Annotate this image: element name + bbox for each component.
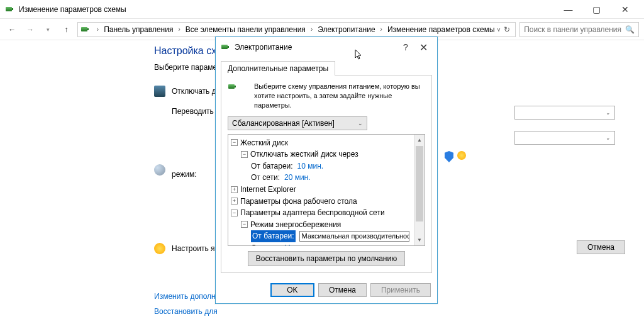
dialog-hero-icon	[228, 82, 248, 102]
restore-defaults-button[interactable]: Восстановить параметры по умолчанию	[248, 251, 405, 266]
nav-back-button[interactable]: ←	[5, 22, 19, 37]
collapse-icon[interactable]: −	[241, 221, 248, 228]
chevron-down-icon[interactable]: v	[497, 26, 501, 33]
sun-icon	[457, 151, 466, 160]
power-options-dialog: Электропитание ? ✕ Дополнительные параме…	[215, 36, 438, 304]
dialog-title: Электропитание	[235, 43, 397, 52]
help-button[interactable]: ?	[397, 42, 414, 52]
tree-node[interactable]: Параметры фона рабочего стола	[240, 196, 357, 208]
chevron-right-icon: ›	[175, 26, 182, 33]
breadcrumb-icon	[80, 25, 91, 35]
dialog-close-button[interactable]: ✕	[414, 42, 432, 53]
display-icon	[154, 86, 165, 97]
app-icon	[5, 4, 15, 14]
sleep-timeout-dropdown[interactable]: ⌄	[514, 131, 615, 145]
refresh-icon[interactable]: ↻	[504, 25, 510, 34]
expand-icon[interactable]: +	[231, 198, 238, 204]
search-icon[interactable]: 🔍	[625, 25, 635, 34]
dialog-cancel-button[interactable]: Отмена	[318, 283, 367, 297]
nav-recent-button[interactable]: ▾	[41, 22, 55, 37]
row-label: Переводить к	[172, 107, 219, 170]
collapse-icon[interactable]: −	[241, 151, 248, 158]
nav-forward-button[interactable]: →	[23, 22, 38, 37]
scheme-value: Сбалансированная [Активен]	[232, 119, 335, 128]
scroll-up-icon[interactable]: ▲	[414, 135, 425, 145]
sleep-icon	[154, 164, 165, 176]
scroll-down-icon[interactable]: ▼	[414, 235, 425, 245]
search-box[interactable]: 🔍	[519, 22, 639, 37]
nav-up-button[interactable]: ↑	[59, 22, 74, 37]
breadcrumb-item[interactable]: Изменение параметров схемы	[386, 25, 496, 34]
tree-node[interactable]: Параметры адаптера беспроводной сети	[240, 207, 385, 219]
tree-leaf-label: От батареи:	[251, 160, 293, 172]
settings-tree[interactable]: −Жесткий диск −Отключать жесткий диск че…	[228, 135, 425, 246]
scheme-dropdown[interactable]: Сбалансированная [Активен] ⌄	[228, 116, 367, 130]
tree-leaf-value[interactable]: Максимальная производительность	[284, 242, 411, 246]
breadcrumb-item[interactable]: Электропитание	[316, 25, 376, 34]
tree-leaf-label: От сети:	[251, 242, 280, 246]
display-timeout-dropdown[interactable]: ⌄	[514, 106, 615, 120]
tree-leaf-value[interactable]: 10 мин.	[297, 160, 324, 172]
chevron-right-icon: ›	[308, 26, 315, 33]
search-input[interactable]	[524, 25, 625, 34]
chevron-down-icon: ⌄	[358, 120, 363, 126]
breadcrumb-item[interactable]: Панель управления	[103, 25, 174, 34]
apply-button[interactable]: Применить	[370, 283, 431, 297]
scroll-thumb[interactable]	[416, 146, 423, 221]
tree-node[interactable]: Режим энергосбережения	[250, 219, 341, 231]
brightness-icon	[154, 243, 165, 254]
expand-icon[interactable]: +	[231, 186, 238, 193]
chevron-right-icon: ›	[94, 26, 101, 33]
collapse-icon[interactable]: −	[231, 210, 238, 216]
cancel-button[interactable]: Отмена	[577, 240, 625, 254]
maximize-button[interactable]: ▢	[582, 0, 611, 19]
dialog-icon	[221, 42, 231, 52]
close-button[interactable]: ✕	[611, 0, 639, 19]
breadcrumb[interactable]: › Панель управления › Все элементы панел…	[77, 22, 516, 37]
tree-node[interactable]: Жесткий диск	[240, 137, 288, 149]
restore-defaults-link[interactable]: Восстановить для	[154, 307, 634, 316]
tab-advanced[interactable]: Дополнительные параметры	[221, 61, 335, 76]
window-title: Изменение параметров схемы	[19, 5, 554, 14]
breadcrumb-item[interactable]: Все элементы панели управления	[184, 25, 307, 34]
minimize-button[interactable]: —	[554, 0, 582, 19]
tree-leaf-label: От сети:	[251, 172, 280, 184]
tree-scrollbar[interactable]: ▲ ▼	[414, 135, 425, 245]
row-label: режим:	[172, 170, 219, 233]
collapse-icon[interactable]: −	[231, 139, 238, 146]
chevron-right-icon: ›	[378, 26, 385, 33]
tree-node[interactable]: Отключать жесткий диск через	[250, 148, 358, 160]
tree-leaf-value[interactable]: 20 мин.	[284, 172, 311, 184]
tree-node[interactable]: Internet Explorer	[240, 184, 296, 196]
ok-button[interactable]: OK	[270, 283, 314, 297]
power-mode-dropdown[interactable]: Максимальная производительнос⌄	[299, 231, 409, 242]
tree-leaf-label-selected[interactable]: От батареи:	[251, 230, 296, 242]
shield-icon	[445, 151, 453, 162]
dialog-description: Выберите схему управления питанием, кото…	[254, 82, 425, 110]
